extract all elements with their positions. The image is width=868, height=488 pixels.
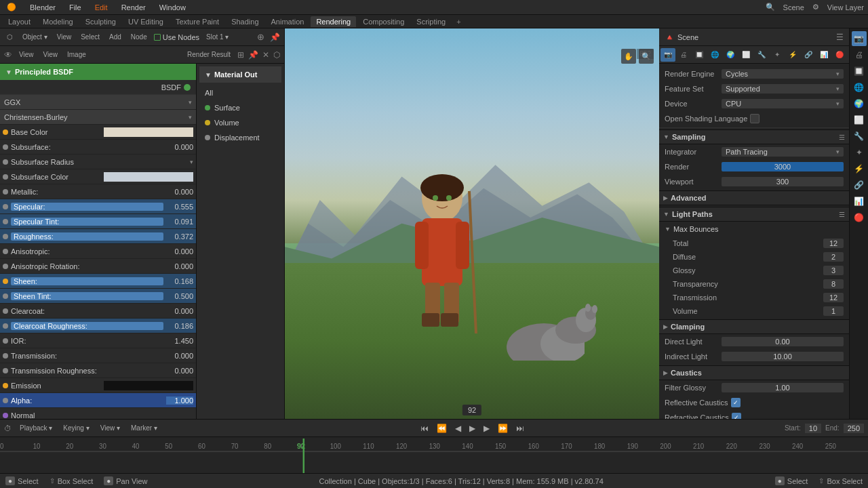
viewlayer-icon-btn[interactable]: 🔲 bbox=[852, 64, 867, 79]
max-bounces-header[interactable]: ▼ Max Bounces bbox=[659, 222, 849, 237]
light-paths-section[interactable]: ▼ Light Paths ☰ bbox=[659, 207, 849, 222]
clamping-section[interactable]: ▶ Clamping bbox=[659, 319, 849, 334]
start-frame[interactable]: 10 bbox=[805, 424, 821, 433]
device-value[interactable]: CPU ▾ bbox=[722, 99, 844, 108]
view-layer-icon[interactable]: 🔲 bbox=[692, 48, 707, 62]
render-pin[interactable]: 📌 bbox=[248, 50, 258, 60]
modifier2-icon-btn[interactable]: 🔧 bbox=[852, 129, 867, 144]
menu-edit[interactable]: File bbox=[66, 2, 84, 13]
transparency-bounce-value[interactable]: 8 bbox=[823, 279, 844, 289]
bsdf-output-connector[interactable] bbox=[184, 84, 191, 91]
mat-out-surface[interactable]: Surface bbox=[199, 100, 281, 115]
play-btn[interactable]: ▶ bbox=[467, 422, 478, 434]
tab-scripting[interactable]: Scripting bbox=[411, 16, 451, 27]
tab-sculpting[interactable]: Sculpting bbox=[80, 16, 121, 27]
metallic-dot[interactable] bbox=[3, 189, 8, 195]
transmission-bounce-value[interactable]: 12 bbox=[823, 293, 844, 302]
tab-uv-editing[interactable]: UV Editing bbox=[123, 16, 169, 27]
image-menu[interactable]: Image bbox=[64, 49, 89, 60]
tab-shading[interactable]: Shading bbox=[226, 16, 264, 27]
mat-out-header[interactable]: ▼ Material Out bbox=[199, 66, 281, 83]
constraints2-icon-btn[interactable]: 🔗 bbox=[852, 178, 867, 192]
view-btn3[interactable]: View bbox=[41, 49, 61, 60]
clearcoat-roughness-value[interactable]: 0.186 bbox=[166, 322, 193, 330]
next-frame-btn[interactable]: ▶ bbox=[481, 422, 492, 434]
anisotropic-dot[interactable] bbox=[3, 249, 8, 254]
jump-end-btn[interactable]: ⏭ bbox=[513, 422, 527, 434]
render-options[interactable]: ⊞ bbox=[237, 50, 244, 60]
material-icon[interactable]: 🔴 bbox=[832, 48, 847, 62]
diffuse-bounce-value[interactable]: 2 bbox=[823, 252, 844, 262]
specular-tint-dot[interactable] bbox=[3, 219, 8, 224]
menu-window[interactable]: Render bbox=[119, 2, 149, 13]
end-frame[interactable]: 250 bbox=[844, 424, 864, 433]
ior-value[interactable]: 1.450 bbox=[166, 337, 193, 345]
bsdf-header[interactable]: ▼ Principled BSDF bbox=[0, 64, 196, 80]
menu-file[interactable]: Blender bbox=[27, 2, 58, 13]
volume-bounce-value[interactable]: 1 bbox=[823, 306, 844, 316]
distribution-dropdown[interactable]: GGX ▾ bbox=[0, 95, 196, 110]
sampling-section[interactable]: ▼ Sampling ☰ bbox=[659, 129, 849, 144]
view-button[interactable]: ⊕ bbox=[257, 32, 264, 42]
pin-button[interactable]: 📌 bbox=[270, 33, 280, 42]
osl-checkbox[interactable] bbox=[750, 114, 760, 123]
render-props-icon[interactable]: 📷 bbox=[660, 48, 675, 62]
sampling-menu[interactable]: ☰ bbox=[839, 134, 845, 141]
caustics-section[interactable]: ▶ Caustics bbox=[659, 365, 849, 380]
view-menu[interactable]: View bbox=[54, 32, 75, 42]
viewport[interactable]: 852 ✋ 🔍 92 bbox=[285, 28, 659, 419]
render-samples-value[interactable]: 3000 bbox=[722, 162, 844, 171]
world-icon-btn[interactable]: 🌍 bbox=[852, 96, 867, 111]
transmission-value[interactable]: 0.000 bbox=[166, 352, 193, 360]
specular-value[interactable]: 0.555 bbox=[166, 203, 193, 211]
object2-icon-btn[interactable]: ⬜ bbox=[852, 113, 867, 127]
light-paths-menu[interactable]: ☰ bbox=[839, 211, 845, 218]
constraints-icon[interactable]: 🔗 bbox=[801, 48, 816, 62]
sheen-tint-value[interactable]: 0.500 bbox=[166, 292, 193, 300]
base-color-dot[interactable] bbox=[3, 129, 8, 135]
tab-texture-paint[interactable]: Texture Paint bbox=[170, 16, 224, 27]
viewport-samples-value[interactable]: 300 bbox=[722, 177, 844, 186]
roughness-value[interactable]: 0.372 bbox=[166, 232, 193, 241]
subsurface-value[interactable]: 0.000 bbox=[166, 143, 193, 151]
particles2-icon-btn[interactable]: ✦ bbox=[852, 145, 867, 160]
tab-rendering[interactable]: Rendering bbox=[311, 16, 356, 27]
alpha-value[interactable]: 1.000 bbox=[166, 396, 193, 405]
clearcoat-value[interactable]: 0.000 bbox=[166, 307, 193, 315]
add-menu[interactable]: Add bbox=[106, 32, 124, 42]
next-keyframe-btn[interactable]: ⏩ bbox=[495, 422, 511, 434]
object-props-icon[interactable]: ⬜ bbox=[738, 48, 753, 62]
modifier-icon[interactable]: 🔧 bbox=[754, 48, 769, 62]
clearcoat-dot[interactable] bbox=[3, 308, 8, 314]
tab-animation[interactable]: Animation bbox=[266, 16, 310, 27]
roughness-dot[interactable] bbox=[3, 234, 8, 239]
sheen-dot[interactable] bbox=[3, 279, 8, 284]
anisotropic-value[interactable]: 0.000 bbox=[166, 247, 193, 256]
trans-roughness-value[interactable]: 0.000 bbox=[166, 367, 193, 375]
trans-roughness-dot[interactable] bbox=[3, 368, 8, 373]
keying-menu[interactable]: Keying ▾ bbox=[60, 423, 92, 433]
output-icon-btn[interactable]: 🖨 bbox=[852, 47, 867, 62]
refractive-caustics-checkbox[interactable]: ✓ bbox=[732, 413, 741, 419]
feature-set-value[interactable]: Supported ▾ bbox=[722, 84, 844, 94]
tab-layout[interactable]: Layout bbox=[3, 16, 36, 27]
indirect-light-value[interactable]: 10.00 bbox=[722, 352, 844, 361]
data2-icon-btn[interactable]: 📊 bbox=[852, 194, 867, 209]
glossy-bounce-value[interactable]: 3 bbox=[823, 266, 844, 275]
timeline-ruler[interactable]: 0 10 20 30 40 50 60 70 80 90 100 110 120… bbox=[0, 437, 868, 473]
subsurface-dropdown[interactable]: Christensen-Burley ▾ bbox=[0, 110, 196, 125]
node-menu[interactable]: Node bbox=[128, 32, 150, 42]
data-icon[interactable]: 📊 bbox=[816, 48, 831, 62]
specular-tint-value[interactable]: 0.091 bbox=[166, 218, 193, 226]
emission-dot[interactable] bbox=[3, 383, 8, 388]
transmission-dot[interactable] bbox=[3, 353, 8, 359]
output-props-icon[interactable]: 🖨 bbox=[676, 48, 691, 62]
specular-dot[interactable] bbox=[3, 204, 8, 209]
node-editor-icon[interactable]: ⬡ bbox=[4, 32, 16, 42]
view-menu-timeline[interactable]: View ▾ bbox=[98, 423, 123, 433]
emission-swatch[interactable] bbox=[104, 381, 194, 390]
slot-dropdown[interactable]: Slot 1 ▾ bbox=[203, 32, 231, 42]
playback-menu[interactable]: Playback ▾ bbox=[17, 423, 55, 433]
aniso-rotation-dot[interactable] bbox=[3, 264, 8, 269]
scene-props-icon[interactable]: 🌐 bbox=[707, 48, 722, 62]
